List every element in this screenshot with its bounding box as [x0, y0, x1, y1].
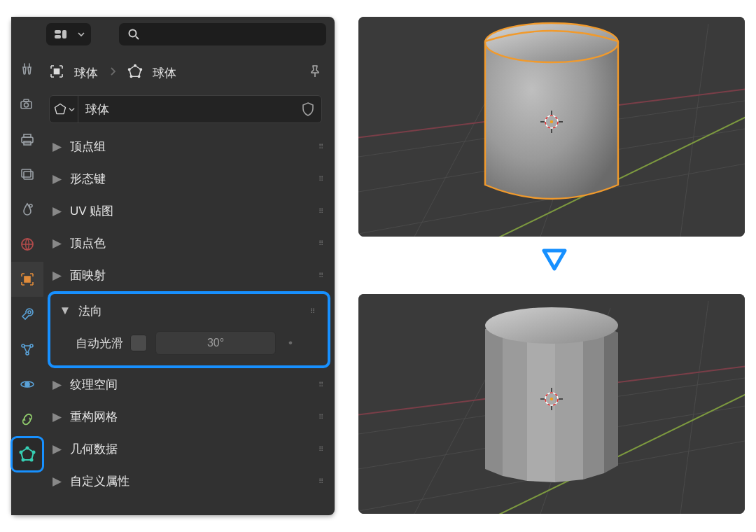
triangle-right-icon: ▶	[50, 172, 63, 186]
svg-point-16	[27, 447, 29, 449]
svg-rect-4	[24, 134, 31, 137]
sections: ▶ 顶点组 ⠿ ▶ 形态键 ⠿ ▶ UV 贴图 ⠿ ▶ 顶点色 ⠿ ▶ 面映射	[43, 130, 335, 515]
datablock-dropdown[interactable]	[50, 96, 78, 122]
breadcrumb-separator-icon	[109, 66, 116, 80]
property-search[interactable]	[119, 23, 326, 46]
section-normals[interactable]: ▼ 法向 ⠿	[52, 295, 326, 326]
section-shape-keys[interactable]: ▶ 形态键 ⠿	[43, 162, 335, 195]
svg-point-44	[550, 120, 553, 123]
section-label: 纹理空间	[70, 377, 318, 393]
triangle-right-icon: ▶	[50, 377, 63, 392]
tab-viewlayer[interactable]	[11, 157, 43, 192]
viewport-before[interactable]	[358, 17, 745, 237]
triangle-right-icon: ▶	[50, 442, 63, 456]
drag-handle-icon[interactable]: ⠿	[318, 143, 325, 150]
svg-point-8	[29, 204, 32, 207]
section-label: 形态键	[70, 171, 318, 187]
tab-output[interactable]	[11, 122, 43, 157]
breadcrumb-object-label[interactable]: 球体	[74, 65, 98, 81]
tab-mesh-data[interactable]	[11, 437, 43, 472]
svg-point-18	[31, 459, 33, 461]
triangle-down-icon: ▼	[59, 304, 71, 318]
section-label: 面映射	[70, 267, 318, 284]
drag-handle-icon[interactable]: ⠿	[318, 239, 325, 247]
drag-handle-icon[interactable]: ⠿	[318, 413, 325, 421]
animate-property-icon[interactable]: •	[288, 336, 293, 350]
svg-point-14	[25, 382, 29, 386]
breadcrumb-mesh-label[interactable]: 球体	[153, 65, 176, 81]
svg-point-20	[20, 451, 22, 454]
drag-handle-icon[interactable]: ⠿	[318, 207, 325, 215]
section-normals-highlight: ▼ 法向 ⠿ 自动光滑 30° •	[48, 291, 330, 368]
section-label: UV 贴图	[70, 203, 318, 219]
drag-handle-icon[interactable]: ⠿	[310, 307, 316, 315]
tab-object[interactable]	[11, 262, 43, 297]
section-texture-space[interactable]: ▶ 纹理空间 ⠿	[43, 368, 335, 400]
svg-point-30	[128, 68, 130, 70]
arrow-down-icon	[540, 246, 568, 274]
tab-world[interactable]	[11, 227, 43, 262]
section-label: 顶点色	[70, 235, 318, 251]
properties-tabstrip	[11, 17, 43, 515]
properties-panel: 球体 球体 球体 ▶	[11, 17, 335, 515]
triangle-right-icon: ▶	[50, 474, 63, 489]
section-label: 法向	[78, 303, 310, 319]
tab-modifiers[interactable]	[11, 297, 43, 332]
tab-physics[interactable]	[11, 367, 43, 402]
svg-rect-7	[24, 172, 33, 179]
datablock-name[interactable]: 球体	[78, 102, 295, 118]
svg-rect-10	[24, 276, 30, 282]
auto-smooth-row: 自动光滑 30° •	[52, 326, 326, 360]
svg-point-13	[26, 352, 29, 355]
svg-rect-23	[62, 30, 66, 38]
section-geometry-data[interactable]: ▶ 几何数据 ⠿	[43, 433, 335, 465]
tab-constraints[interactable]	[11, 402, 43, 437]
section-remesh[interactable]: ▶ 重构网格 ⠿	[43, 400, 335, 433]
svg-point-29	[130, 76, 132, 78]
svg-rect-1	[24, 99, 29, 102]
svg-point-11	[22, 344, 24, 347]
svg-rect-25	[55, 69, 59, 74]
breadcrumb: 球体 球体	[43, 52, 335, 94]
tab-tool[interactable]	[11, 52, 43, 87]
tab-scene[interactable]	[11, 192, 43, 227]
svg-point-19	[22, 459, 24, 461]
svg-point-58	[485, 307, 618, 344]
drag-handle-icon[interactable]: ⠿	[318, 175, 325, 183]
drag-handle-icon[interactable]: ⠿	[318, 445, 325, 453]
section-label: 自定义属性	[70, 473, 318, 489]
auto-smooth-angle-field[interactable]: 30°	[155, 331, 276, 355]
svg-point-28	[138, 76, 140, 78]
section-vertex-colors[interactable]: ▶ 顶点色 ⠿	[43, 227, 335, 259]
svg-point-27	[140, 68, 142, 70]
tab-particles[interactable]	[11, 332, 43, 367]
viewport-after[interactable]	[358, 294, 745, 514]
viewport-before-scene	[358, 17, 745, 237]
section-label: 几何数据	[70, 441, 318, 457]
auto-smooth-checkbox[interactable]	[130, 335, 147, 351]
drag-handle-icon[interactable]: ⠿	[318, 381, 325, 388]
svg-point-2	[24, 103, 29, 107]
datablock-name-field[interactable]: 球体	[49, 95, 322, 123]
triangle-right-icon: ▶	[50, 268, 63, 283]
search-icon	[127, 28, 140, 41]
pin-icon[interactable]	[308, 64, 322, 82]
section-uv-maps[interactable]: ▶ UV 贴图 ⠿	[43, 195, 335, 227]
svg-point-26	[134, 64, 136, 66]
triangle-right-icon: ▶	[50, 204, 63, 218]
viewport-after-scene	[358, 294, 745, 514]
editor-type-dropdown[interactable]	[46, 23, 91, 46]
triangle-right-icon: ▶	[50, 236, 63, 251]
triangle-right-icon: ▶	[50, 139, 63, 154]
svg-point-12	[30, 344, 33, 347]
section-vertex-groups[interactable]: ▶ 顶点组 ⠿	[43, 130, 335, 162]
svg-point-17	[33, 451, 35, 454]
fake-user-icon[interactable]	[295, 102, 321, 116]
triangle-right-icon: ▶	[50, 410, 63, 424]
svg-rect-6	[22, 169, 31, 177]
section-face-maps[interactable]: ▶ 面映射 ⠿	[43, 259, 335, 291]
tab-render[interactable]	[11, 87, 43, 122]
drag-handle-icon[interactable]: ⠿	[318, 477, 325, 485]
drag-handle-icon[interactable]: ⠿	[318, 272, 325, 279]
section-custom-props[interactable]: ▶ 自定义属性 ⠿	[43, 465, 335, 497]
